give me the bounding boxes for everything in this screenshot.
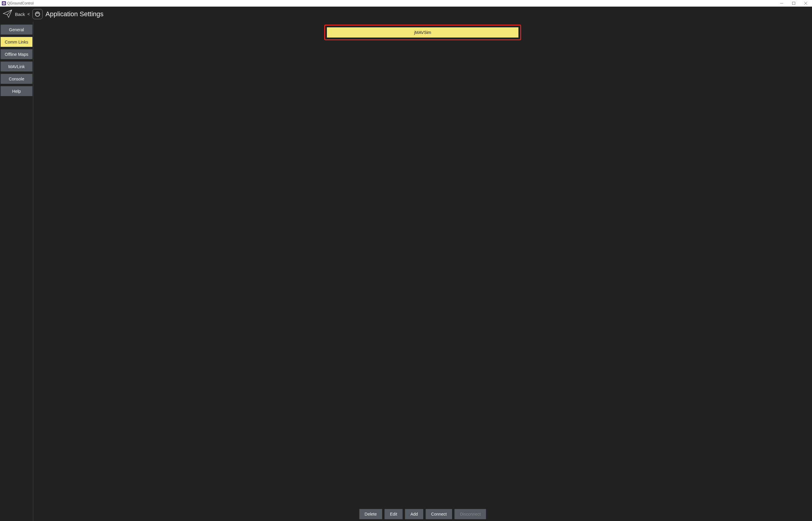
close-button[interactable] [804,1,808,5]
settings-sidebar: General Comm Links Offline Maps MAVLink … [0,22,32,521]
window-titlebar: QGroundControl [0,0,812,7]
main-panel: jMAVSim Delete Edit Add Connect Disconne… [33,22,812,521]
app-header: Back < Application Settings [0,7,812,22]
chevron-left-icon: < [27,12,30,17]
sidebar-item-label: Offline Maps [5,52,28,57]
comm-link-entry[interactable]: jMAVSim [327,27,518,38]
sidebar-item-comm-links[interactable]: Comm Links [1,37,32,47]
sidebar-item-help[interactable]: Help [1,86,32,96]
sidebar-item-label: MAVLink [8,64,25,69]
sidebar-item-label: General [9,27,24,32]
sidebar-item-general[interactable]: General [1,25,32,35]
svg-point-1 [3,3,4,4]
back-button[interactable]: Back [15,12,25,17]
sidebar-item-label: Help [12,89,21,94]
annotation-highlight: jMAVSim [324,25,521,40]
delete-button[interactable]: Delete [359,509,382,519]
action-bar: Delete Edit Add Connect Disconnect [33,509,812,519]
settings-icon[interactable] [32,9,43,19]
sidebar-item-console[interactable]: Console [1,74,32,84]
app-icon [2,1,6,5]
minimize-button[interactable] [780,1,784,5]
sidebar-item-mavlink[interactable]: MAVLink [1,62,32,71]
connect-button[interactable]: Connect [426,509,452,519]
paper-plane-icon[interactable] [2,8,13,20]
sidebar-item-label: Comm Links [5,40,28,44]
sidebar-item-label: Console [9,76,24,82]
comm-link-name: jMAVSim [414,30,432,35]
edit-button[interactable]: Edit [385,509,402,519]
add-button[interactable]: Add [405,509,423,519]
disconnect-button: Disconnect [455,509,486,519]
svg-rect-3 [792,2,795,5]
sidebar-item-offline-maps[interactable]: Offline Maps [1,49,32,59]
comm-link-list: jMAVSim [33,22,812,40]
maximize-button[interactable] [792,1,796,5]
window-title: QGroundControl [7,1,33,5]
page-title: Application Settings [46,10,103,18]
